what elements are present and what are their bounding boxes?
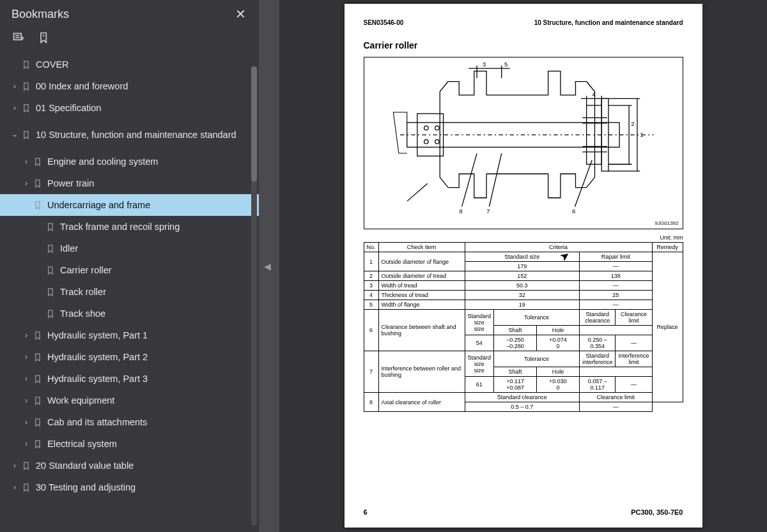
bookmark-label: Carrier roller xyxy=(56,265,112,275)
bookmark-label: 01 Specification xyxy=(32,103,101,113)
svg-text:1: 1 xyxy=(640,131,643,138)
expand-icon[interactable]: › xyxy=(9,461,20,470)
bookmark-item[interactable]: Track frame and recoil spring xyxy=(0,216,259,238)
expand-icon[interactable]: › xyxy=(9,483,20,492)
document-viewport[interactable]: SEN03546-00 10 Structure, function and m… xyxy=(279,0,767,532)
expand-icon[interactable]: › xyxy=(9,82,20,91)
sidebar-header: Bookmarks ✕ xyxy=(0,0,259,27)
expand-icon[interactable]: › xyxy=(20,353,32,361)
expand-icon[interactable]: › xyxy=(9,103,20,112)
svg-text:2: 2 xyxy=(631,120,634,127)
page-title: Carrier roller xyxy=(364,40,683,50)
bookmark-icon xyxy=(45,309,56,319)
bookmark-icon xyxy=(20,130,32,140)
bookmark-icon xyxy=(20,483,32,492)
bookmark-item[interactable]: ⌄10 Structure, function and maintenance … xyxy=(0,119,259,151)
bookmark-label: Engine and cooling system xyxy=(43,156,158,167)
scrollbar-thumb[interactable] xyxy=(251,66,257,181)
bookmarks-sidebar: Bookmarks ✕ COVER›00 Index and foreword›… xyxy=(0,0,259,532)
bookmark-item[interactable]: COVER xyxy=(0,54,259,75)
bookmark-label: Track frame and recoil spring xyxy=(56,222,180,232)
svg-line-36 xyxy=(489,153,501,207)
figure-id: 9JG01392 xyxy=(655,220,679,226)
bookmark-icon xyxy=(45,244,56,254)
bookmark-item[interactable]: ›30 Testing and adjusting xyxy=(0,476,259,498)
bookmark-item[interactable]: ›Hydraulic system, Part 3 xyxy=(0,368,259,390)
bookmark-item[interactable]: Carrier roller xyxy=(0,259,259,281)
bookmark-label: Idler xyxy=(56,243,78,254)
bookmark-icon xyxy=(45,222,56,232)
page-header: SEN03546-00 10 Structure, function and m… xyxy=(364,19,683,26)
outline-options-icon[interactable] xyxy=(12,31,26,45)
bookmark-item[interactable]: ›Power train xyxy=(0,172,259,194)
bookmark-item[interactable]: ›01 Specification xyxy=(0,97,259,119)
bookmark-label: Electrical system xyxy=(43,439,117,449)
svg-rect-6 xyxy=(417,114,443,156)
expand-icon[interactable]: › xyxy=(20,439,32,448)
bookmark-item[interactable]: ›Hydraulic system, Part 2 xyxy=(0,346,259,368)
bookmark-item[interactable]: ›Engine and cooling system xyxy=(0,151,259,172)
svg-text:6: 6 xyxy=(572,208,575,215)
sidebar-toolbar xyxy=(0,27,259,50)
bookmark-label: Hydraulic system, Part 3 xyxy=(43,374,148,384)
unit-label: Unit: mm xyxy=(364,234,683,241)
bookmark-tree[interactable]: COVER›00 Index and foreword›01 Specifica… xyxy=(0,50,259,532)
sidebar-scrollbar[interactable] xyxy=(251,66,257,526)
bookmark-item[interactable]: ›00 Index and foreword xyxy=(0,75,259,97)
svg-point-8 xyxy=(435,126,438,130)
expand-icon[interactable]: › xyxy=(20,418,32,427)
expand-icon[interactable]: › xyxy=(20,374,32,383)
expand-icon[interactable]: › xyxy=(20,157,32,166)
close-icon[interactable]: ✕ xyxy=(231,5,250,23)
bookmark-icon xyxy=(32,331,43,340)
doc-id: SEN03546-00 xyxy=(364,19,404,26)
svg-text:5: 5 xyxy=(504,61,507,68)
bookmark-label: Track shoe xyxy=(56,308,105,319)
bookmark-item[interactable]: ›Hydraulic system, Part 1 xyxy=(0,324,259,346)
bookmark-item[interactable]: Idler xyxy=(0,238,259,259)
bookmark-icon xyxy=(45,287,56,297)
bookmark-icon xyxy=(32,179,43,188)
bookmark-item[interactable]: ›Cab and its attachments xyxy=(0,411,259,433)
expand-icon[interactable]: › xyxy=(20,331,32,340)
bookmark-item[interactable]: Track roller xyxy=(0,281,259,303)
bookmark-item[interactable]: ⌄Undercarriage and frame xyxy=(0,194,259,216)
sidebar-title: Bookmarks xyxy=(12,8,69,21)
bookmark-item[interactable]: ›20 Standard value table xyxy=(0,455,259,476)
bookmark-icon xyxy=(20,82,32,91)
bookmark-icon xyxy=(20,60,32,70)
bookmark-item[interactable]: ›Electrical system xyxy=(0,433,259,455)
expand-icon[interactable]: › xyxy=(20,179,32,188)
bookmark-label: Hydraulic system, Part 2 xyxy=(43,352,148,362)
bookmark-label: Undercarriage and frame xyxy=(43,200,150,210)
section-title: 10 Structure, function and maintenance s… xyxy=(534,19,683,26)
bookmark-label: 30 Testing and adjusting xyxy=(32,482,136,492)
current-bookmark-icon[interactable] xyxy=(37,31,51,45)
expand-icon[interactable]: › xyxy=(20,396,32,405)
bookmark-icon xyxy=(32,157,43,167)
bookmark-item[interactable]: ›Work equipment xyxy=(0,390,259,411)
model-number: PC300, 350-7E0 xyxy=(631,508,683,516)
bookmark-item[interactable]: Track shoe xyxy=(0,303,259,324)
panel-gutter[interactable]: ◀ xyxy=(259,0,279,532)
page-footer: 6 PC300, 350-7E0 xyxy=(364,496,683,516)
bookmark-icon xyxy=(20,103,32,113)
bookmark-label: Power train xyxy=(43,178,94,188)
bookmark-icon xyxy=(32,201,43,210)
bookmark-icon xyxy=(32,374,43,384)
bookmark-label: Work equipment xyxy=(43,395,114,406)
pdf-page: SEN03546-00 10 Structure, function and m… xyxy=(345,4,702,528)
bookmark-icon xyxy=(32,396,43,406)
collapse-handle-icon[interactable]: ◀ xyxy=(264,261,271,271)
expand-icon[interactable]: ⌄ xyxy=(9,130,20,140)
svg-point-3 xyxy=(43,34,45,36)
expand-icon[interactable]: ⌄ xyxy=(20,201,32,209)
svg-point-10 xyxy=(435,140,438,144)
technical-drawing: 3 5 1 2 4 8 7 6 9JG0 xyxy=(364,57,683,229)
page-number: 6 xyxy=(364,508,368,516)
bookmark-label: COVER xyxy=(32,59,69,70)
svg-text:8: 8 xyxy=(459,208,462,215)
svg-text:3: 3 xyxy=(482,61,485,68)
spec-table: No.Check ItemCriteriaRemedy1Outside diam… xyxy=(364,242,683,412)
svg-point-9 xyxy=(424,140,428,144)
